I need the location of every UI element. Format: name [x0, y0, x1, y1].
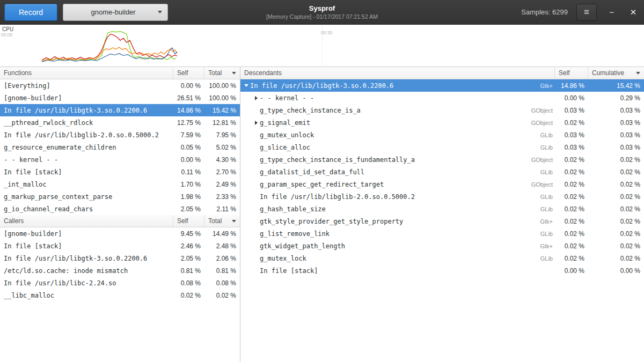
- self-percent: 0.00 %: [555, 94, 588, 102]
- tree-row[interactable]: g_type_check_instance_is_fundamentally_a…: [240, 153, 644, 166]
- column-functions-self[interactable]: Self: [173, 67, 204, 79]
- self-percent: 0.02 %: [555, 205, 588, 213]
- table-row[interactable]: __libc_malloc0.02 %0.02 %: [0, 289, 240, 301]
- tree-row[interactable]: g_param_spec_get_redirect_targetGObject0…: [240, 178, 644, 190]
- function-label: g_mutex_lock: [260, 255, 306, 262]
- column-functions-total[interactable]: Total: [204, 67, 240, 79]
- function-name: /etc/ld.so.cache: inode mismatch: [0, 267, 173, 275]
- library-category: GObject: [515, 157, 555, 163]
- table-row[interactable]: In file [stack]2.46 %2.48 %: [0, 240, 240, 252]
- column-descendants-cumulative[interactable]: Cumulative: [588, 67, 644, 79]
- function-name-cell: g_type_check_instance_is_fundamentally_a: [240, 156, 515, 164]
- function-label: gtk_widget_path_length: [260, 242, 345, 250]
- table-row[interactable]: /etc/ld.so.cache: inode mismatch0.81 %0.…: [0, 264, 240, 277]
- chevron-down-icon: [158, 11, 162, 13]
- column-callers-self[interactable]: Self: [173, 215, 204, 227]
- cumulative-percent: 0.02 %: [588, 218, 644, 225]
- cumulative-percent: 0.02 %: [588, 230, 644, 238]
- table-row[interactable]: - - kernel - -0.00 %4.30 %: [0, 153, 240, 166]
- library-category: GLib: [515, 255, 555, 262]
- self-percent: 0.02 %: [555, 181, 588, 188]
- function-name-cell: g_param_spec_get_redirect_target: [240, 181, 515, 188]
- tree-row[interactable]: g_datalist_id_set_data_fullGLib0.02 %0.0…: [240, 166, 644, 178]
- table-row[interactable]: [gnome-builder]9.45 %14.49 %: [0, 227, 240, 240]
- tree-row[interactable]: gtk_style_provider_get_style_propertyGtk…: [240, 215, 644, 227]
- table-row[interactable]: g_io_channel_read_chars2.05 %2.11 %: [0, 203, 240, 215]
- cumulative-percent: 0.02 %: [588, 255, 644, 262]
- library-category: GObject: [515, 107, 555, 114]
- left-panel: Functions Self Total [Everything]0.00 %1…: [0, 67, 240, 362]
- self-percent: 14.86 %: [173, 107, 204, 114]
- tree-row[interactable]: - - kernel - -0.00 %0.29 %: [240, 92, 644, 104]
- tree-row[interactable]: In file /usr/lib/libgtk-3.so.0.2200.6Gtk…: [240, 79, 644, 92]
- function-label: In file [stack]: [260, 267, 318, 275]
- table-row[interactable]: In file /usr/lib/libgtk-3.so.0.2200.614.…: [0, 104, 240, 116]
- table-row[interactable]: __pthread_rwlock_rdlock12.75 %12.81 %: [0, 116, 240, 129]
- total-percent: 14.49 %: [204, 230, 240, 238]
- function-name-cell: gtk_widget_path_length: [240, 242, 515, 250]
- minimize-button[interactable]: −: [605, 6, 618, 19]
- tree-row[interactable]: g_list_remove_linkGLib0.02 %0.02 %: [240, 227, 644, 240]
- column-descendants[interactable]: Descendants: [240, 67, 555, 79]
- function-name: In file [stack]: [0, 242, 173, 250]
- column-callers-total[interactable]: Total: [204, 215, 240, 227]
- self-percent: 0.02 %: [173, 292, 204, 299]
- function-name: [Everything]: [0, 82, 173, 90]
- tree-row[interactable]: g_signal_emitGObject0.02 %0.03 %: [240, 116, 644, 129]
- callers-table: [gnome-builder]9.45 %14.49 %In file [sta…: [0, 227, 240, 301]
- table-row[interactable]: In file [stack]0.11 %2.70 %: [0, 166, 240, 178]
- function-label: g_param_spec_get_redirect_target: [260, 181, 384, 188]
- function-name: g_markup_parse_context_parse: [0, 193, 173, 201]
- process-selector-dropdown[interactable]: gnome-builder: [63, 4, 168, 21]
- column-descendants-self[interactable]: Self: [555, 67, 588, 79]
- hamburger-icon: ≡: [584, 7, 589, 18]
- total-percent: 15.42 %: [204, 107, 240, 114]
- samples-count: Samples: 6299: [521, 8, 568, 16]
- descendants-table: In file /usr/lib/libgtk-3.so.0.2200.6Gtk…: [240, 79, 644, 277]
- expander-icon[interactable]: [252, 96, 260, 100]
- tree-row[interactable]: g_hash_table_sizeGLib0.02 %0.02 %: [240, 203, 644, 215]
- record-button[interactable]: Record: [4, 4, 57, 21]
- table-row[interactable]: [Everything]0.00 %100.00 %: [0, 79, 240, 92]
- cpu-graph[interactable]: CPU 00:00 00:30: [0, 25, 644, 67]
- tree-row[interactable]: In file [stack]0.00 %0.00 %: [240, 264, 644, 277]
- cumulative-percent: 0.02 %: [588, 242, 644, 250]
- self-percent: 0.03 %: [555, 144, 588, 151]
- app-title: Sysprof: [266, 4, 378, 12]
- function-name: __libc_malloc: [0, 292, 173, 299]
- capture-subtitle: [Memory Capture] - 01/17/2017 07:21:52 A…: [266, 13, 378, 20]
- column-cumulative-label: Cumulative: [592, 69, 624, 77]
- table-row[interactable]: In file /usr/lib/libglib-2.0.so.0.5000.2…: [0, 129, 240, 141]
- function-name: In file [stack]: [0, 168, 173, 176]
- main-content: Functions Self Total [Everything]0.00 %1…: [0, 67, 644, 362]
- sort-descending-icon: [232, 220, 236, 223]
- function-label: g_mutex_unlock: [260, 131, 314, 139]
- tree-row[interactable]: g_type_check_instance_is_aGObject0.03 %0…: [240, 104, 644, 116]
- table-row[interactable]: [gnome-builder]26.51 %100.00 %: [0, 92, 240, 104]
- function-name-cell: - - kernel - -: [240, 94, 515, 102]
- table-row[interactable]: _int_malloc1.70 %2.49 %: [0, 178, 240, 190]
- table-row[interactable]: g_resource_enumerate_children0.05 %5.02 …: [0, 141, 240, 153]
- expander-icon[interactable]: [252, 121, 260, 125]
- function-label: gtk_style_provider_get_style_property: [260, 218, 403, 225]
- tree-row[interactable]: gtk_widget_path_lengthGtk+0.02 %0.02 %: [240, 240, 644, 252]
- header-bar: Record gnome-builder Sysprof [Memory Cap…: [0, 0, 644, 25]
- column-callers[interactable]: Callers: [0, 215, 173, 227]
- library-category: GObject: [515, 181, 555, 188]
- total-percent: 100.00 %: [204, 82, 240, 90]
- table-row[interactable]: g_markup_parse_context_parse1.98 %2.33 %: [0, 190, 240, 203]
- column-functions[interactable]: Functions: [0, 67, 173, 79]
- close-button[interactable]: ✕: [627, 6, 640, 19]
- table-row[interactable]: In file /usr/lib/libc-2.24.so0.08 %0.08 …: [0, 277, 240, 289]
- menu-button[interactable]: ≡: [576, 4, 597, 21]
- cumulative-percent: 0.03 %: [588, 107, 644, 114]
- tree-row[interactable]: g_mutex_lockGLib0.02 %0.02 %: [240, 252, 644, 264]
- tree-row[interactable]: g_slice_allocGLib0.03 %0.03 %: [240, 141, 644, 153]
- function-label: In file /usr/lib/libglib-2.0.so.0.5000.2: [260, 193, 415, 201]
- function-name: __pthread_rwlock_rdlock: [0, 119, 173, 127]
- tree-row[interactable]: In file /usr/lib/libglib-2.0.so.0.5000.2…: [240, 190, 644, 203]
- function-name-cell: g_type_check_instance_is_a: [240, 107, 515, 114]
- tree-row[interactable]: g_mutex_unlockGLib0.03 %0.03 %: [240, 129, 644, 141]
- table-row[interactable]: In file /usr/lib/libgtk-3.so.0.2200.62.0…: [0, 252, 240, 264]
- expander-icon[interactable]: [243, 84, 250, 87]
